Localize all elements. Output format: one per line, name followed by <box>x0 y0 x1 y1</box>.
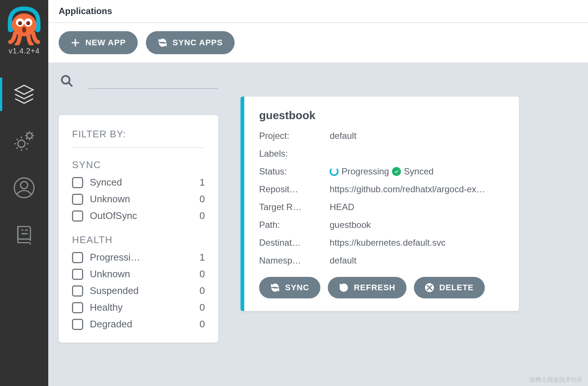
path-label: Path: <box>259 220 330 230</box>
nav-settings[interactable] <box>0 128 48 154</box>
ns-label: Namesp… <box>259 255 330 266</box>
target-label: Target R… <box>259 202 330 212</box>
svg-point-11 <box>20 181 27 189</box>
nav-docs[interactable] <box>0 222 48 248</box>
toolbar: NEW APP SYNC APPS <box>48 23 588 63</box>
filter-heading: FILTER BY: <box>72 128 205 148</box>
watermark: @稀土掘金技术社区 <box>529 376 583 384</box>
checkbox-progressing[interactable] <box>72 252 83 263</box>
sidebar: v1.4.2+4 <box>0 0 48 386</box>
status-progressing: Progressing <box>342 166 389 177</box>
filter-row-unknown-health: Unknown 0 <box>72 268 205 280</box>
nav-applications[interactable] <box>0 81 48 107</box>
checkbox-synced[interactable] <box>72 177 83 188</box>
sync-label: SYNC <box>285 283 309 292</box>
filter-label: Progressi… <box>90 252 186 263</box>
filter-group-health: HEALTH Progressi… 1 Unknown 0 <box>72 234 205 330</box>
filter-count: 0 <box>193 268 205 280</box>
sync-apps-button[interactable]: SYNC APPS <box>146 31 235 54</box>
checkbox-unknown-health[interactable] <box>72 269 83 280</box>
project-value: default <box>330 131 504 141</box>
filter-label: OutOfSync <box>90 210 186 222</box>
svg-point-6 <box>26 21 30 25</box>
labels-label: Labels: <box>259 148 330 159</box>
filter-label: Degraded <box>90 318 186 330</box>
book-icon <box>13 224 35 245</box>
app-card-guestbook[interactable]: guestbook Project: default Labels: Statu… <box>241 96 519 311</box>
app-card-title: guestbook <box>259 109 504 122</box>
filter-row-unknown-sync: Unknown 0 <box>72 193 205 205</box>
checkbox-degraded[interactable] <box>72 319 83 330</box>
main: Applications NEW APP SYNC APPS <box>48 0 588 386</box>
checkbox-suspended[interactable] <box>72 285 83 297</box>
svg-point-8 <box>18 140 25 147</box>
sync-apps-label: SYNC APPS <box>173 38 223 48</box>
dest-value: https://kubernetes.default.svc <box>330 238 504 248</box>
path-value: guestbook <box>330 220 504 230</box>
filter-count: 0 <box>193 318 205 330</box>
filter-label: Unknown <box>90 193 186 205</box>
status-label: Status: <box>259 166 330 177</box>
filter-row-outofsync: OutOfSync 0 <box>72 210 205 222</box>
topbar: Applications <box>48 0 588 23</box>
filter-row-synced: Synced 1 <box>72 177 205 188</box>
filter-group-sync-title: SYNC <box>72 159 205 171</box>
refresh-icon <box>339 283 349 292</box>
project-label: Project: <box>259 131 330 141</box>
content-area: FILTER BY: SYNC Synced 1 Unknown 0 <box>48 63 588 386</box>
target-value: HEAD <box>330 202 504 212</box>
search-input-underline[interactable] <box>88 88 218 89</box>
new-app-button[interactable]: NEW APP <box>59 31 138 54</box>
filter-group-health-title: HEALTH <box>72 234 205 246</box>
page-title: Applications <box>59 6 578 16</box>
filter-count: 0 <box>193 210 205 222</box>
app-logo <box>4 4 45 45</box>
status-synced: Synced <box>404 166 434 177</box>
new-app-label: NEW APP <box>85 38 126 48</box>
checkbox-unknown-sync[interactable] <box>72 194 83 205</box>
filter-row-healthy: Healthy 0 <box>72 302 205 313</box>
search-icon[interactable] <box>60 74 74 89</box>
sync-icon <box>270 283 280 292</box>
filter-label: Unknown <box>90 268 186 280</box>
filter-row-progressing: Progressi… 1 <box>72 252 205 263</box>
filter-label: Healthy <box>90 302 186 313</box>
filter-count: 1 <box>193 177 205 188</box>
version-label: v1.4.2+4 <box>2 47 46 55</box>
sync-button[interactable]: SYNC <box>259 277 320 298</box>
filter-panel: FILTER BY: SYNC Synced 1 Unknown 0 <box>59 115 218 343</box>
svg-point-5 <box>18 21 22 25</box>
nav-user[interactable] <box>0 175 48 201</box>
filter-count: 1 <box>193 252 205 263</box>
filter-count: 0 <box>193 193 205 205</box>
refresh-button[interactable]: REFRESH <box>328 277 406 298</box>
ns-value: default <box>330 255 504 266</box>
filter-label: Synced <box>90 177 186 188</box>
progressing-icon <box>330 167 339 176</box>
synced-icon <box>392 167 401 176</box>
filter-row-suspended: Suspended 0 <box>72 285 205 297</box>
octopus-logo-icon <box>4 4 45 45</box>
repo-label: Reposit… <box>259 184 330 194</box>
gears-icon <box>13 130 35 152</box>
checkbox-outofsync[interactable] <box>72 210 83 222</box>
search-row <box>59 74 218 89</box>
delete-button[interactable]: DELETE <box>414 277 485 298</box>
sync-icon <box>158 38 167 48</box>
filter-label: Suspended <box>90 285 186 297</box>
layers-icon <box>13 84 35 105</box>
delete-label: DELETE <box>439 283 474 292</box>
filter-count: 0 <box>193 285 205 297</box>
filter-count: 0 <box>193 302 205 313</box>
checkbox-healthy[interactable] <box>72 302 83 313</box>
repo-value: https://github.com/redhatxl/argocd-ex… <box>330 184 504 194</box>
svg-point-9 <box>27 133 32 138</box>
user-circle-icon <box>13 177 35 199</box>
card-actions: SYNC REFRESH DELETE <box>259 277 504 298</box>
delete-icon <box>425 283 434 292</box>
svg-point-7 <box>22 27 26 33</box>
filter-row-degraded: Degraded 0 <box>72 318 205 330</box>
refresh-label: REFRESH <box>354 283 395 292</box>
plus-icon <box>71 38 80 48</box>
filter-group-sync: SYNC Synced 1 Unknown 0 <box>72 159 205 222</box>
